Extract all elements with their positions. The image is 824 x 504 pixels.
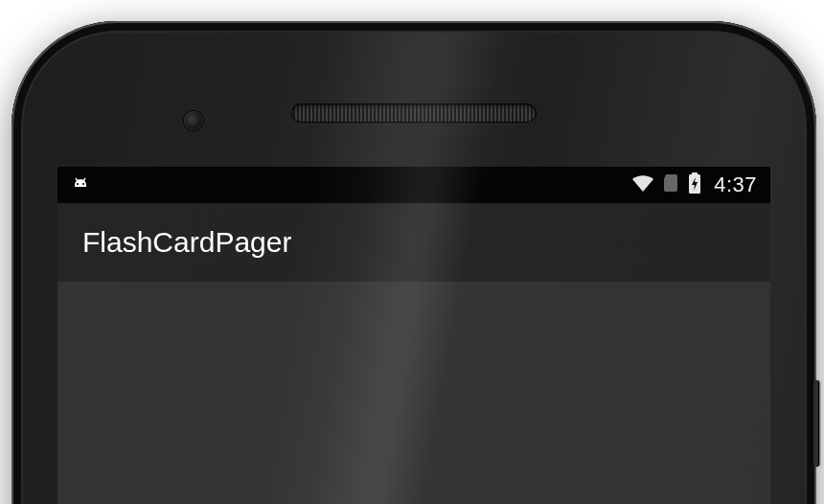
battery-charging-icon (687, 172, 702, 199)
no-sim-icon (662, 172, 679, 198)
status-notification-area (71, 176, 90, 194)
front-camera (184, 111, 203, 130)
power-button (813, 380, 819, 467)
wifi-icon (631, 173, 654, 197)
svg-line-3 (83, 178, 85, 181)
svg-rect-5 (692, 172, 698, 175)
svg-point-0 (77, 183, 79, 185)
svg-line-2 (76, 178, 78, 181)
content-area[interactable] (57, 282, 770, 504)
screen: 4:37 FlashCardPager (57, 167, 770, 504)
android-debug-icon (71, 176, 90, 194)
device-mockup-frame: 4:37 FlashCardPager (0, 0, 824, 504)
app-bar: FlashCardPager (57, 203, 770, 282)
phone-shell: 4:37 FlashCardPager (11, 21, 816, 504)
svg-point-1 (82, 183, 84, 185)
status-clock: 4:37 (714, 172, 757, 197)
status-system-area: 4:37 (631, 172, 757, 199)
status-bar[interactable]: 4:37 (57, 167, 770, 203)
app-title: FlashCardPager (82, 226, 291, 259)
earpiece-speaker (291, 103, 537, 123)
